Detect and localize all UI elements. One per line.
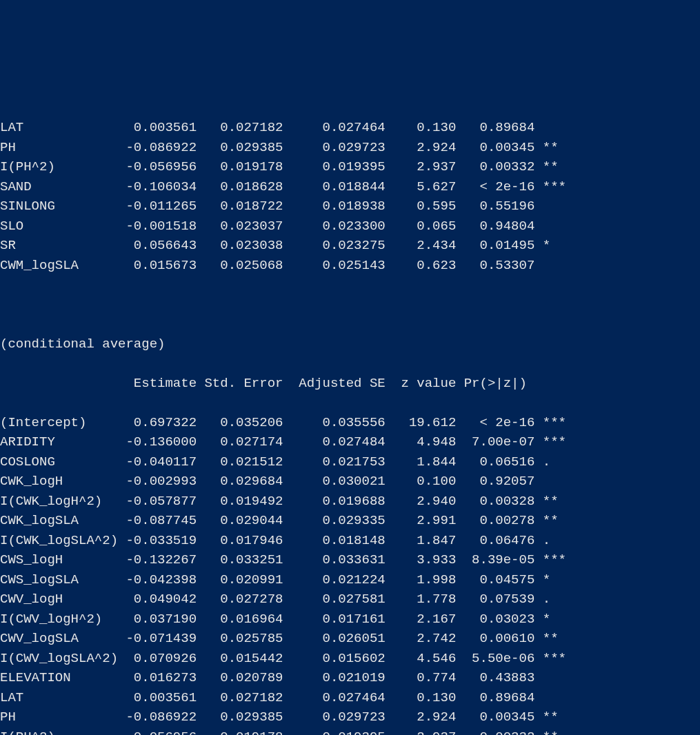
table-row: I(PH^2) -0.056956 0.019178 0.019395 2.93… [0, 157, 700, 177]
table-row: SAND -0.106034 0.018628 0.018844 5.627 <… [0, 177, 700, 197]
table-row: I(CWV_logH^2) 0.037190 0.016964 0.017161… [0, 610, 700, 630]
table-row: LAT 0.003561 0.027182 0.027464 0.130 0.8… [0, 688, 700, 708]
table-row: ARIDITY -0.136000 0.027174 0.027484 4.94… [0, 432, 700, 452]
terminal-output: LAT 0.003561 0.027182 0.027464 0.130 0.8… [0, 99, 700, 736]
table-row: LAT 0.003561 0.027182 0.027464 0.130 0.8… [0, 118, 700, 138]
table-row: I(CWK_logSLA^2) -0.033519 0.017946 0.018… [0, 531, 700, 551]
table-full-average: LAT 0.003561 0.027182 0.027464 0.130 0.8… [0, 118, 700, 275]
table-header: Estimate Std. Error Adjusted SE z value … [0, 374, 700, 394]
table-row: CWV_logH 0.049042 0.027278 0.027581 1.77… [0, 590, 700, 610]
table-row: I(PH^2) -0.056956 0.019178 0.019395 2.93… [0, 727, 700, 736]
table-conditional-average: (Intercept) 0.697322 0.035206 0.035556 1… [0, 413, 700, 736]
table-row: CWV_logSLA -0.071439 0.025785 0.026051 2… [0, 629, 700, 649]
table-row: SLO -0.001518 0.023037 0.023300 0.065 0.… [0, 217, 700, 236]
table-row: SR 0.056643 0.023038 0.023275 2.434 0.01… [0, 236, 700, 256]
table-row: (Intercept) 0.697322 0.035206 0.035556 1… [0, 413, 700, 433]
table-row: SINLONG -0.011265 0.018722 0.018938 0.59… [0, 197, 700, 217]
table-row: CWS_logSLA -0.042398 0.020991 0.021224 1… [0, 570, 700, 590]
table-row: PH -0.086922 0.029385 0.029723 2.924 0.0… [0, 707, 700, 727]
section-title: (conditional average) [0, 334, 700, 354]
table-row: ELEVATION 0.016273 0.020789 0.021019 0.7… [0, 668, 700, 688]
blank-line [0, 295, 700, 315]
table-row: I(CWV_logSLA^2) 0.070926 0.015442 0.0156… [0, 649, 700, 669]
table-row: CWS_logH -0.132267 0.033251 0.033631 3.9… [0, 550, 700, 570]
table-row: CWK_logH -0.002993 0.029684 0.030021 0.1… [0, 472, 700, 492]
table-row: COSLONG -0.040117 0.021512 0.021753 1.84… [0, 452, 700, 472]
table-row: CWM_logSLA 0.015673 0.025068 0.025143 0.… [0, 256, 700, 276]
table-row: CWK_logSLA -0.087745 0.029044 0.029335 2… [0, 511, 700, 531]
table-row: PH -0.086922 0.029385 0.029723 2.924 0.0… [0, 138, 700, 158]
table-row: I(CWK_logH^2) -0.057877 0.019492 0.01968… [0, 492, 700, 512]
